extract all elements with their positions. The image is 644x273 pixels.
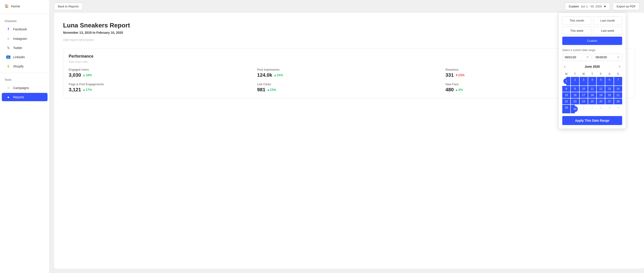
next-month-button[interactable]: ›	[617, 64, 622, 69]
cal-day[interactable]: 8	[562, 86, 570, 92]
last-month-button[interactable]: Last month	[593, 16, 622, 25]
metric-item: Page & Post Engagements3,121▲17%	[69, 82, 253, 93]
sidebar-item-campaigns[interactable]: ~ Campaigns	[2, 84, 48, 92]
metric-number: 331	[446, 72, 454, 78]
sidebar-label-campaigns: Campaigns	[13, 86, 29, 90]
cal-day[interactable]: 16	[571, 92, 579, 98]
sidebar-item-reports[interactable]: ● Reports	[2, 93, 48, 101]
metric-change: ▲18%	[82, 73, 92, 77]
main-content-area: Luna Sneakers Report November 13, 2019 t…	[50, 13, 644, 273]
cal-day-header: W	[580, 71, 588, 76]
report-date-range: November 13, 2019 to February 10, 2020	[63, 31, 635, 34]
cal-day: 5	[614, 105, 622, 113]
cal-day[interactable]: 6	[605, 77, 614, 85]
start-date-input[interactable]: 06/01/20 ✕	[562, 53, 591, 61]
cal-day[interactable]: 28	[614, 98, 622, 104]
cal-day[interactable]: 3	[580, 77, 588, 85]
cal-day[interactable]: 11	[588, 86, 596, 92]
cal-day[interactable]: 30	[571, 105, 579, 113]
performance-section: Performance Add chart note Engaged Users…	[63, 48, 635, 98]
report-description[interactable]: Add report description	[63, 38, 635, 42]
cal-day[interactable]: 10	[580, 86, 588, 92]
calendar-month-label: June 2020	[584, 65, 600, 68]
export-pdf-button[interactable]: Export as PDF	[613, 3, 640, 10]
home-icon: 🏠	[4, 4, 9, 8]
cal-day: 4	[605, 105, 614, 113]
metric-number: 981	[257, 87, 266, 93]
shopify-icon: $	[6, 64, 10, 68]
date-range-label: Custom	[569, 5, 579, 8]
back-to-reports-button[interactable]: Back to Reports	[54, 3, 83, 10]
sidebar-item-facebook[interactable]: f Facebook	[2, 25, 48, 33]
cal-day[interactable]: 2	[571, 77, 579, 85]
date-range-selector[interactable]: Custom Jun 1 - 30, 2020 ▼	[565, 3, 610, 10]
prev-month-button[interactable]: ‹	[562, 64, 567, 69]
metric-change: ▲23%	[266, 88, 276, 91]
cal-day[interactable]: 26	[597, 98, 605, 104]
tools-section-label: Tools	[0, 75, 49, 83]
metric-value: 124.0k▲33%	[257, 72, 441, 78]
apply-date-range-button[interactable]: Apply This Date Range	[562, 116, 622, 125]
metric-change: ▲3%	[455, 88, 463, 91]
report-wrapper: Luna Sneakers Report November 13, 2019 t…	[54, 13, 644, 269]
this-month-button[interactable]: This month	[562, 16, 591, 25]
cal-day[interactable]: 20	[605, 92, 614, 98]
cal-day[interactable]: 9	[571, 86, 579, 92]
cal-day[interactable]: 15	[562, 92, 570, 98]
start-date-value: 06/01/20	[565, 55, 576, 59]
metric-change: ▼23%	[455, 73, 464, 77]
metrics-grid: Engaged Users3,030▲18%Post Impressions12…	[69, 68, 629, 93]
metric-number: 124.0k	[257, 72, 272, 78]
cal-day[interactable]: 24	[580, 98, 588, 104]
cal-day[interactable]: 25	[588, 98, 596, 104]
linkedin-icon: in	[6, 55, 10, 59]
last-week-button[interactable]: Last week	[593, 26, 622, 35]
custom-date-label: Select a custom date range:	[562, 48, 622, 52]
end-date-value: 06/30/20	[596, 55, 607, 59]
sidebar-item-linkedin[interactable]: in LinkedIn	[2, 53, 48, 61]
report-title: Luna Sneakers Report	[63, 22, 635, 29]
cal-day[interactable]: 13	[605, 86, 614, 92]
campaigns-icon: ~	[6, 86, 10, 90]
cal-day[interactable]: 23	[571, 98, 579, 104]
cal-day[interactable]: 17	[580, 92, 588, 98]
this-week-button[interactable]: This week	[562, 26, 591, 35]
clear-start-date-button[interactable]: ✕	[586, 55, 589, 59]
cal-day[interactable]: 12	[597, 86, 605, 92]
cal-day[interactable]: 19	[597, 92, 605, 98]
topbar: Back to Reports Custom Jun 1 - 30, 2020 …	[50, 0, 644, 13]
chevron-down-icon: ▼	[604, 5, 606, 8]
end-date-input[interactable]: 06/30/20 ✕	[593, 53, 622, 61]
cal-day[interactable]: 22	[562, 98, 570, 104]
cal-day[interactable]: 21	[614, 92, 622, 98]
cal-day-header: T	[571, 71, 579, 76]
clear-end-date-button[interactable]: ✕	[617, 55, 620, 59]
sidebar-label-twitter: Twitter	[13, 46, 22, 50]
cal-day[interactable]: 7	[614, 77, 622, 85]
sidebar-item-instagram[interactable]: ○ Instagram	[2, 34, 48, 43]
cal-day[interactable]: 27	[605, 98, 614, 104]
sidebar-item-twitter[interactable]: 𝕏 Twitter	[2, 44, 48, 52]
cal-day[interactable]: 5	[597, 77, 605, 85]
cal-day[interactable]: 29	[562, 105, 570, 113]
chart-note[interactable]: Add chart note	[69, 60, 629, 63]
sidebar-item-shopify[interactable]: $ Shopify	[2, 62, 48, 70]
preset-buttons-row1: This month Last month	[562, 16, 622, 25]
cal-day[interactable]: 4	[588, 77, 596, 85]
channels-section-label: Channels	[0, 16, 49, 24]
custom-button[interactable]: Custom	[562, 37, 622, 45]
metric-value: 3,121▲17%	[69, 87, 253, 93]
date-inputs-row: 06/01/20 ✕ 06/30/20 ✕	[562, 53, 622, 61]
calendar-dropdown: This month Last month This week Last wee…	[558, 12, 626, 129]
instagram-icon: ○	[6, 37, 10, 40]
cal-day-header: S	[605, 71, 614, 76]
cal-day: 2	[588, 105, 596, 113]
date-range-value: Jun 1 - 30, 2020	[581, 5, 602, 8]
cal-day[interactable]: 1	[562, 77, 570, 85]
sidebar-home[interactable]: 🏠 Home	[0, 0, 49, 12]
sidebar-label-instagram: Instagram	[13, 37, 27, 40]
cal-day[interactable]: 18	[588, 92, 596, 98]
cal-day-header: S	[614, 71, 622, 76]
cal-day[interactable]: 14	[614, 86, 622, 92]
metric-label: Page & Post Engagements	[69, 82, 253, 86]
